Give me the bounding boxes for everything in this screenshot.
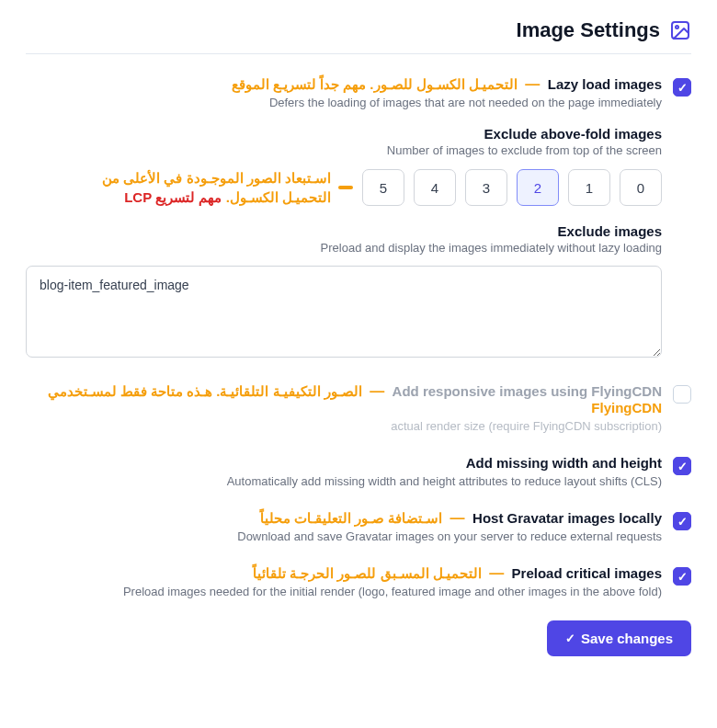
annot-exclude-line2a: التحميـل الكسـول. <box>226 189 331 205</box>
annot-bar-icon <box>338 186 353 189</box>
checkbox-gravatar-local[interactable] <box>673 512 691 530</box>
annot-exclude-above-fold-wrap: اسـتبعاد الصور الموجـودة في الأعلى من ال… <box>26 168 353 207</box>
page-header: Image Settings <box>26 18 691 54</box>
annot-exclude-line1: اسـتبعاد الصور الموجـودة في الأعلى من <box>102 170 331 186</box>
label-missing-width-height: Add missing width and height <box>466 455 662 471</box>
checkbox-preload-critical[interactable] <box>673 567 691 586</box>
annot-separator: — <box>485 565 507 581</box>
label-preload-critical: Preload critical images <box>512 565 662 581</box>
option-0[interactable]: 0 <box>620 169 662 206</box>
desc-exclude-images: Preload and display the images immediate… <box>26 241 662 255</box>
exclude-options-row: 0 1 2 3 4 5 اسـتبعاد الصور الموجـودة في … <box>26 168 662 207</box>
page-title: Image Settings <box>517 18 660 42</box>
save-button[interactable]: Save changes <box>547 620 691 656</box>
desc-preload-critical: Preload images needed for the initial re… <box>26 585 662 598</box>
setting-gravatar-local: Host Gravatar images locally — اسـتضافة … <box>26 510 691 543</box>
annot-separator: — <box>521 76 543 92</box>
annot-preload-critical: التحميـل المسـبق للصـور الحرجـة تلقائياً <box>253 565 482 581</box>
setting-exclude-images: Exclude images Preload and display the i… <box>26 223 662 361</box>
label-lazy-load: Lazy load images <box>548 76 662 92</box>
setting-missing-width-height: Add missing width and height Automatical… <box>26 455 691 488</box>
option-4[interactable]: 4 <box>414 169 456 206</box>
setting-preload-critical: Preload critical images — التحميـل المسـ… <box>26 565 691 598</box>
desc-gravatar-local: Download and save Gravatar images on you… <box>26 529 662 543</box>
annot-gravatar-local: اسـتضافة صـور التعليقـات محلياً <box>260 510 443 526</box>
setting-exclude-above-fold: Exclude above-fold images Number of imag… <box>26 126 662 207</box>
annot-exclude-above-fold: اسـتبعاد الصور الموجـودة في الأعلى من ال… <box>102 168 331 207</box>
option-3[interactable]: 3 <box>465 169 507 206</box>
label-exclude-images: Exclude images <box>26 223 662 239</box>
option-2[interactable]: 2 <box>517 169 559 206</box>
annot-exclude-line2b: مهم لتسريع LCP <box>124 189 222 205</box>
label-responsive-images: Add responsive images using FlyingCDN <box>393 383 662 399</box>
desc-lazy-load: Defers the loading of images that are no… <box>26 96 662 109</box>
setting-lazy-load: Lazy load images — التحميـل الكسـول للصـ… <box>26 76 691 361</box>
textarea-exclude-images[interactable] <box>26 266 662 358</box>
label-gravatar-local: Host Gravatar images locally <box>472 510 662 526</box>
option-1[interactable]: 1 <box>568 169 610 206</box>
setting-responsive-images: Add responsive images using FlyingCDN — … <box>26 383 691 433</box>
annot-separator: — <box>366 383 388 399</box>
desc-responsive-images: actual render size (require FlyingCDN su… <box>26 419 662 433</box>
option-5[interactable]: 5 <box>362 169 404 206</box>
checkbox-missing-width-height[interactable] <box>673 457 691 475</box>
checkbox-lazy-load[interactable] <box>673 78 691 97</box>
actions-row: Save changes <box>26 620 691 656</box>
image-icon <box>669 19 691 41</box>
annot-separator: — <box>447 510 469 526</box>
desc-exclude-above-fold: Number of images to exclude from top of … <box>26 143 662 157</box>
desc-missing-width-height: Automatically add missing width and heig… <box>26 474 662 488</box>
label-exclude-above-fold: Exclude above-fold images <box>26 126 662 142</box>
checkbox-responsive-images[interactable] <box>673 385 691 404</box>
annot-lazy-load: التحميـل الكسـول للصـور. مهم جداً لتسريـ… <box>232 76 518 92</box>
svg-point-1 <box>676 26 678 28</box>
